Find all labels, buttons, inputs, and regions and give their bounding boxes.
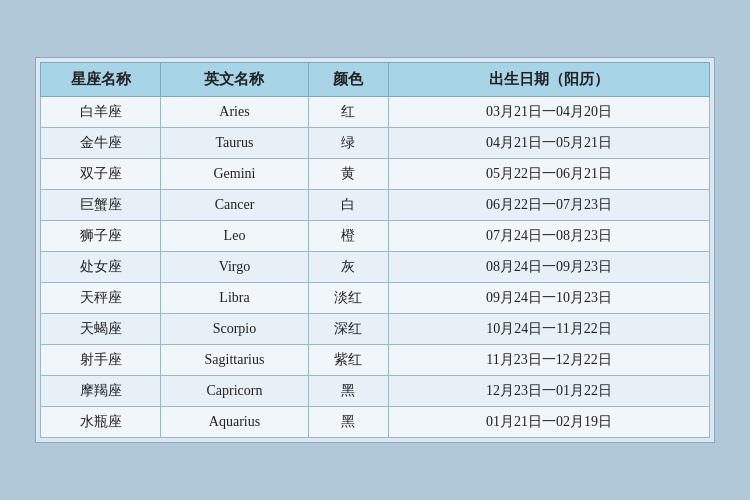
cell-english: Leo: [161, 221, 308, 252]
cell-date: 12月23日一01月22日: [388, 376, 709, 407]
cell-english: Sagittarius: [161, 345, 308, 376]
cell-date: 07月24日一08月23日: [388, 221, 709, 252]
table-row: 天秤座Libra淡红09月24日一10月23日: [41, 283, 710, 314]
cell-chinese: 射手座: [41, 345, 161, 376]
cell-english: Gemini: [161, 159, 308, 190]
table-row: 白羊座Aries红03月21日一04月20日: [41, 97, 710, 128]
cell-color: 淡红: [308, 283, 388, 314]
cell-date: 09月24日一10月23日: [388, 283, 709, 314]
table-row: 天蝎座Scorpio深红10月24日一11月22日: [41, 314, 710, 345]
cell-english: Virgo: [161, 252, 308, 283]
cell-date: 11月23日一12月22日: [388, 345, 709, 376]
cell-date: 04月21日一05月21日: [388, 128, 709, 159]
cell-color: 深红: [308, 314, 388, 345]
cell-chinese: 白羊座: [41, 97, 161, 128]
cell-english: Cancer: [161, 190, 308, 221]
header-english: 英文名称: [161, 63, 308, 97]
table-row: 巨蟹座Cancer白06月22日一07月23日: [41, 190, 710, 221]
zodiac-table: 星座名称 英文名称 颜色 出生日期（阳历） 白羊座Aries红03月21日一04…: [40, 62, 710, 438]
cell-chinese: 天蝎座: [41, 314, 161, 345]
cell-date: 01月21日一02月19日: [388, 407, 709, 438]
cell-english: Taurus: [161, 128, 308, 159]
cell-chinese: 双子座: [41, 159, 161, 190]
cell-chinese: 摩羯座: [41, 376, 161, 407]
cell-chinese: 天秤座: [41, 283, 161, 314]
table-row: 摩羯座Capricorn黑12月23日一01月22日: [41, 376, 710, 407]
cell-english: Scorpio: [161, 314, 308, 345]
cell-chinese: 水瓶座: [41, 407, 161, 438]
cell-english: Capricorn: [161, 376, 308, 407]
cell-color: 红: [308, 97, 388, 128]
cell-date: 06月22日一07月23日: [388, 190, 709, 221]
cell-english: Libra: [161, 283, 308, 314]
cell-color: 黑: [308, 407, 388, 438]
cell-color: 橙: [308, 221, 388, 252]
header-chinese: 星座名称: [41, 63, 161, 97]
cell-chinese: 金牛座: [41, 128, 161, 159]
table-row: 水瓶座Aquarius黑01月21日一02月19日: [41, 407, 710, 438]
cell-color: 绿: [308, 128, 388, 159]
zodiac-table-container: 星座名称 英文名称 颜色 出生日期（阳历） 白羊座Aries红03月21日一04…: [35, 57, 715, 443]
cell-english: Aries: [161, 97, 308, 128]
cell-english: Aquarius: [161, 407, 308, 438]
table-row: 射手座Sagittarius紫红11月23日一12月22日: [41, 345, 710, 376]
table-row: 处女座Virgo灰08月24日一09月23日: [41, 252, 710, 283]
cell-color: 黑: [308, 376, 388, 407]
table-header-row: 星座名称 英文名称 颜色 出生日期（阳历）: [41, 63, 710, 97]
header-date: 出生日期（阳历）: [388, 63, 709, 97]
cell-color: 紫红: [308, 345, 388, 376]
cell-chinese: 处女座: [41, 252, 161, 283]
table-row: 狮子座Leo橙07月24日一08月23日: [41, 221, 710, 252]
cell-color: 黄: [308, 159, 388, 190]
cell-color: 白: [308, 190, 388, 221]
table-row: 金牛座Taurus绿04月21日一05月21日: [41, 128, 710, 159]
cell-date: 10月24日一11月22日: [388, 314, 709, 345]
cell-date: 03月21日一04月20日: [388, 97, 709, 128]
cell-date: 08月24日一09月23日: [388, 252, 709, 283]
header-color: 颜色: [308, 63, 388, 97]
cell-date: 05月22日一06月21日: [388, 159, 709, 190]
cell-chinese: 巨蟹座: [41, 190, 161, 221]
table-row: 双子座Gemini黄05月22日一06月21日: [41, 159, 710, 190]
cell-chinese: 狮子座: [41, 221, 161, 252]
cell-color: 灰: [308, 252, 388, 283]
